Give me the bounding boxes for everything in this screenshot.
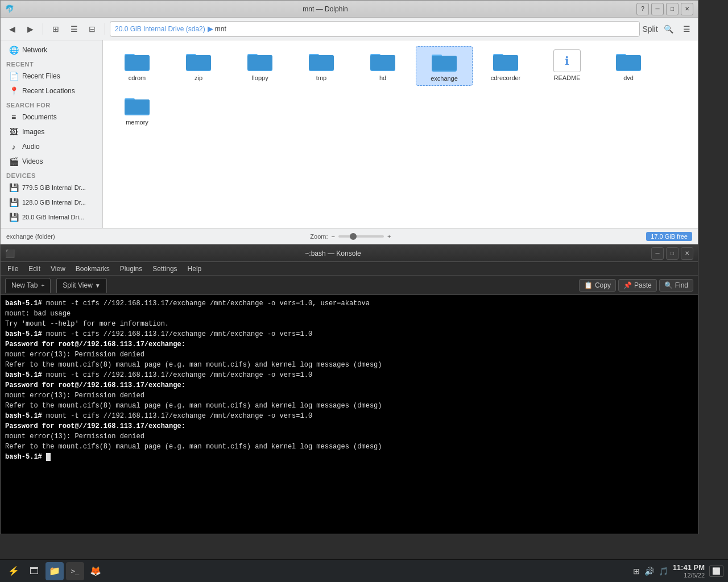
file-item-floppy[interactable]: floppy bbox=[231, 46, 288, 86]
taskbar: ⚡ 🗔 📁 >_ 🦊 ⊞ 🔊 🎵 11:41 PM 12/5/22 ⬜ bbox=[0, 559, 728, 582]
sidebar-item-images[interactable]: 🖼 Images bbox=[3, 125, 100, 139]
dolphin-toolbar: ◀ ▶ ⊞ ☰ ⊟ 20.0 GiB Internal Drive (sda2)… bbox=[1, 18, 698, 40]
close-button[interactable]: ✕ bbox=[681, 3, 693, 15]
file-name-exchange: exchange bbox=[431, 75, 458, 82]
svg-rect-11 bbox=[309, 55, 334, 70]
file-item-readme[interactable]: ℹ README bbox=[539, 46, 595, 86]
audio-icon: ♪ bbox=[9, 142, 19, 151]
taskbar-system-tray: ⊞ 🔊 🎵 11:41 PM 12/5/22 ⬜ bbox=[633, 563, 723, 579]
compact-view-button[interactable]: ⊟ bbox=[84, 21, 100, 37]
find-button[interactable]: 🔍 Find bbox=[659, 279, 693, 292]
readme-icon: ℹ bbox=[553, 49, 581, 72]
folder-icon-zip bbox=[185, 49, 212, 72]
zoom-control: Zoom: − + bbox=[310, 233, 391, 240]
new-tab-label: New Tab bbox=[11, 281, 38, 289]
file-name-tmp: tmp bbox=[316, 74, 326, 81]
breadcrumb-parent[interactable]: 20.0 GiB Internal Drive (sda2) bbox=[115, 25, 205, 33]
list-view-button[interactable]: ☰ bbox=[66, 21, 82, 37]
svg-rect-20 bbox=[493, 55, 518, 70]
menu-view[interactable]: View bbox=[46, 264, 70, 274]
menu-settings[interactable]: Settings bbox=[148, 264, 181, 274]
konsole-split-view[interactable]: Split View ▼ bbox=[56, 278, 106, 293]
minimize-button[interactable]: ─ bbox=[651, 3, 664, 15]
menu-plugins[interactable]: Plugins bbox=[115, 264, 147, 274]
sidebar-item-audio[interactable]: ♪ Audio bbox=[3, 140, 100, 153]
terminal-output[interactable]: bash-5.1# mount -t cifs //192.168.113.17… bbox=[1, 295, 698, 534]
konsole-close-button[interactable]: ✕ bbox=[681, 247, 693, 260]
menu-help[interactable]: Help bbox=[183, 264, 206, 274]
file-item-tmp[interactable]: tmp bbox=[293, 46, 350, 86]
file-item-hd[interactable]: hd bbox=[354, 46, 411, 86]
copy-button[interactable]: 📋 Copy bbox=[579, 279, 616, 292]
file-item-exchange[interactable]: exchange bbox=[416, 46, 473, 86]
sidebar-section-devices: Devices bbox=[1, 169, 102, 180]
toolbar-separator-1 bbox=[43, 23, 43, 35]
file-name-memory: memory bbox=[126, 119, 148, 126]
split-view-label: Split View bbox=[63, 281, 92, 289]
file-name-zip: zip bbox=[195, 74, 202, 81]
konsole-tab-1[interactable]: New Tab + bbox=[5, 278, 51, 293]
menu-file[interactable]: File bbox=[3, 264, 23, 274]
sidebar-item-videos[interactable]: 🎬 Videos bbox=[3, 155, 100, 168]
file-item-cdrom[interactable]: cdrom bbox=[109, 46, 166, 86]
selected-item-label: exchange (folder) bbox=[6, 233, 55, 240]
help-button[interactable]: ? bbox=[636, 3, 649, 15]
sidebar-item-device2-label: 128.0 GiB Internal Dr... bbox=[22, 199, 86, 206]
sidebar-item-network-label: Network bbox=[22, 46, 47, 54]
sidebar-item-audio-label: Audio bbox=[22, 143, 40, 151]
file-item-zip[interactable]: zip bbox=[170, 46, 227, 86]
taskbar-terminal[interactable]: >_ bbox=[66, 562, 84, 580]
copy-icon: 📋 bbox=[584, 281, 593, 289]
sidebar-item-videos-label: Videos bbox=[22, 157, 43, 165]
location-bar[interactable]: 20.0 GiB Internal Drive (sda2) ▶ mnt bbox=[110, 21, 640, 37]
system-clock: 11:41 PM 12/5/22 bbox=[673, 563, 705, 579]
file-item-dvd[interactable]: dvd bbox=[600, 46, 657, 86]
menu-button[interactable]: ☰ bbox=[679, 21, 694, 37]
forward-button[interactable]: ▶ bbox=[22, 21, 38, 37]
dolphin-window-controls: ? ─ □ ✕ bbox=[636, 3, 693, 15]
sidebar-item-network[interactable]: 🌐 Network bbox=[3, 43, 100, 57]
breadcrumb-arrow: ▶ bbox=[208, 25, 213, 33]
file-area: cdrom zip bbox=[103, 40, 698, 228]
sidebar-item-device1[interactable]: 💾 779.5 GiB Internal Dr... bbox=[3, 181, 100, 194]
desktop-button[interactable]: ⬜ bbox=[709, 566, 723, 577]
file-name-readme: README bbox=[553, 74, 580, 81]
zoom-slider[interactable] bbox=[338, 235, 384, 238]
zoom-handle[interactable] bbox=[350, 233, 357, 240]
zoom-minus[interactable]: − bbox=[332, 233, 335, 240]
split-button[interactable]: Split bbox=[642, 21, 658, 37]
taskbar-task-manager[interactable]: 🗔 bbox=[25, 562, 43, 580]
dolphin-content: 🌐 Network Recent 📄 Recent Files 📍 Recent… bbox=[1, 40, 698, 228]
taskbar-file-manager[interactable]: 📁 bbox=[46, 562, 64, 580]
device1-icon: 💾 bbox=[9, 183, 19, 192]
file-item-memory[interactable]: memory bbox=[109, 90, 166, 129]
menu-bookmarks[interactable]: Bookmarks bbox=[71, 264, 114, 274]
folder-icon-memory bbox=[123, 94, 151, 117]
sidebar-item-recent-files[interactable]: 📄 Recent Files bbox=[3, 69, 100, 83]
konsole-maximize-button[interactable]: □ bbox=[666, 247, 679, 260]
zoom-plus[interactable]: + bbox=[387, 233, 391, 240]
volume-icon[interactable]: 🔊 bbox=[644, 567, 654, 576]
back-button[interactable]: ◀ bbox=[4, 21, 20, 37]
sidebar-item-recent-locations[interactable]: 📍 Recent Locations bbox=[3, 84, 100, 98]
sidebar-item-device3[interactable]: 💾 20.0 GiB Internal Dri... bbox=[3, 210, 100, 224]
sidebar-item-documents[interactable]: ≡ Documents bbox=[3, 110, 100, 124]
taskbar-firefox[interactable]: 🦊 bbox=[86, 562, 105, 580]
sidebar: 🌐 Network Recent 📄 Recent Files 📍 Recent… bbox=[1, 40, 103, 228]
split-view-icon: ▼ bbox=[95, 282, 101, 289]
konsole-window-controls: ─ □ ✕ bbox=[651, 247, 693, 260]
maximize-button[interactable]: □ bbox=[666, 3, 679, 15]
paste-button[interactable]: 📌 Paste bbox=[618, 279, 657, 292]
toolbar-right: Split 🔍 ☰ bbox=[642, 21, 694, 37]
search-button[interactable]: 🔍 bbox=[660, 21, 676, 37]
network-icon: 🌐 bbox=[9, 45, 19, 55]
konsole-minimize-button[interactable]: ─ bbox=[651, 247, 664, 260]
file-name-floppy: floppy bbox=[251, 74, 268, 81]
file-name-hd: hd bbox=[379, 74, 386, 81]
menu-edit[interactable]: Edit bbox=[24, 264, 45, 274]
taskbar-launcher[interactable]: ⚡ bbox=[5, 562, 23, 580]
icon-view-button[interactable]: ⊞ bbox=[48, 21, 64, 37]
sidebar-item-device2[interactable]: 💾 128.0 GiB Internal Dr... bbox=[3, 196, 100, 209]
file-item-cdrecorder[interactable]: cdrecorder bbox=[477, 46, 534, 86]
audio-icon[interactable]: 🎵 bbox=[659, 567, 668, 576]
